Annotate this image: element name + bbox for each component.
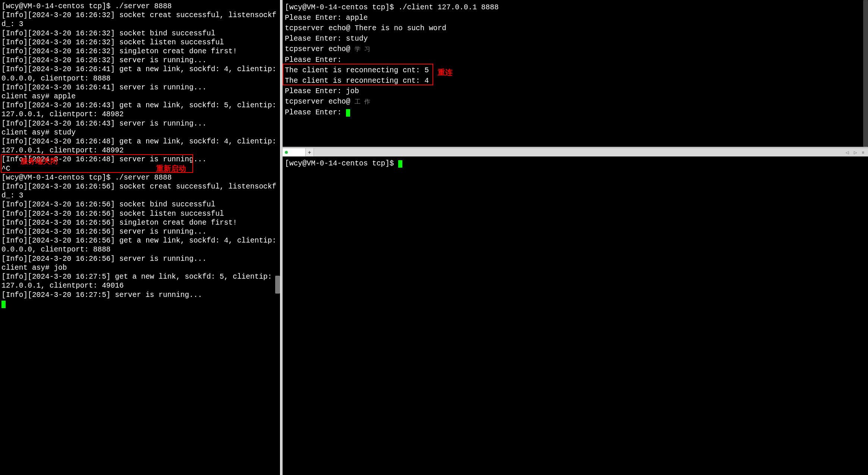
term-line: Please Enter: job [285,86,866,96]
client-terminal-pane[interactable]: [wcy@VM-0-14-centos tcp]$ ./client 127.0… [283,0,868,147]
term-line: client asy# job [1,263,279,272]
term-line: [Info][2024-3-20 16:26:56] get a new lin… [1,236,279,254]
term-line: [Info][2024-3-20 16:26:32] singleton cre… [1,47,279,56]
cursor-icon [1,301,6,308]
term-line: [Info][2024-3-20 16:26:56] server is run… [1,254,279,263]
term-line: tcpserver echo@ 学 习 [285,44,866,55]
annotation-reconnect: 重连 [438,67,453,77]
echo-prefix: tcpserver echo@ [285,98,355,106]
window-container: [wcy@VM-0-14-centos tcp]$ ./server 8888 … [0,0,868,475]
term-line: Please Enter: apple [285,13,866,23]
tab-next-button[interactable]: ▷ [852,150,858,155]
term-line: [Info][2024-3-20 16:26:43] get a new lin… [1,101,279,119]
term-line: [Info][2024-3-20 16:26:56] server is run… [1,227,279,236]
tab-prev-button[interactable]: ◁ [844,150,850,155]
terminal-body[interactable]: [wcy@VM-0-14-centos tcp]$ [283,156,868,475]
term-line: Please Enter: [285,107,866,118]
term-line: [Info][2024-3-20 16:26:56] socket listen… [1,209,279,218]
tab-session-1[interactable]: 1 wcy [283,148,306,156]
term-line: [Info][2024-3-20 16:26:32] socket bind s… [1,29,279,38]
term-line: [wcy@VM-0-14-centos tcp]$ ./client 127.0… [285,2,866,13]
scrollbar-thumb[interactable] [275,276,280,294]
term-line: [Info][2024-3-20 16:26:32] socket listen… [1,38,279,47]
prompt-text: Please Enter: [285,108,346,117]
term-line: tcpserver echo@ There is no such word [285,23,866,34]
term-line: The client is reconnecting cnt: 5 [285,65,866,76]
term-line: [Info][2024-3-20 16:26:41] server is run… [1,83,279,92]
term-line: client asy# apple [1,92,279,101]
echo-translation: 学 习 [355,46,370,53]
term-line: [Info][2024-3-20 16:26:43] server is run… [1,119,279,128]
tab-bar: 1 wcy + ◁ ▷ ≡ [283,148,868,156]
server-terminal-pane[interactable]: [wcy@VM-0-14-centos tcp]$ ./server 8888 … [0,0,280,475]
tab-controls: ◁ ▷ ≡ [844,150,868,155]
term-line: The client is reconnecting cnt: 4 [285,76,866,86]
term-line: [Info][2024-3-20 16:26:56] socket creat … [1,182,279,200]
term-line: [wcy@VM-0-14-centos tcp]$ ./server 8888 [1,2,279,11]
term-line: [Info][2024-3-20 16:26:32] server is run… [1,56,279,65]
term-line: Please Enter: [285,55,866,65]
term-line: [Info][2024-3-20 16:26:41] get a new lin… [1,65,279,83]
term-line: [Info][2024-3-20 16:27:5] server is runn… [1,291,279,300]
tab-label: 1 wcy [290,150,302,155]
term-line: [wcy@VM-0-14-centos tcp]$ ./server 8888 [1,173,279,182]
spare-terminal-pane: 1 wcy + ◁ ▷ ≡ [wcy@VM-0-14-centos tcp]$ [283,148,868,475]
new-tab-button[interactable]: + [306,148,314,156]
scrollbar-thumb[interactable] [863,0,868,147]
prompt-text: [wcy@VM-0-14-centos tcp]$ [285,159,398,168]
term-line: Please Enter: study [285,34,866,44]
term-line: client asy# study [1,128,279,137]
annotation-server-closed: 服务端关闭 [21,156,58,165]
right-column: [wcy@VM-0-14-centos tcp]$ ./client 127.0… [283,0,868,475]
echo-translation: 工 作 [355,99,370,105]
term-line: [Info][2024-3-20 16:26:56] socket bind s… [1,200,279,209]
term-line: tcpserver echo@ 工 作 [285,96,866,107]
term-line: [wcy@VM-0-14-centos tcp]$ [285,159,866,168]
cursor-icon [346,109,350,117]
term-line: [Info][2024-3-20 16:26:32] socket creat … [1,11,279,29]
tab-menu-button[interactable]: ≡ [861,150,866,155]
term-line: [Info][2024-3-20 16:26:56] singleton cre… [1,218,279,227]
vertical-splitter[interactable] [280,0,283,475]
term-line: [Info][2024-3-20 16:27:5] get a new link… [1,272,279,290]
cursor-icon [398,160,402,168]
annotation-server-restart: 重新启动 [156,164,186,173]
term-line [1,300,279,308]
tab-status-dot-icon [285,151,288,154]
term-line: ^C [1,164,279,173]
term-line: [Info][2024-3-20 16:26:48] get a new lin… [1,137,279,155]
echo-prefix: tcpserver echo@ [285,45,355,53]
